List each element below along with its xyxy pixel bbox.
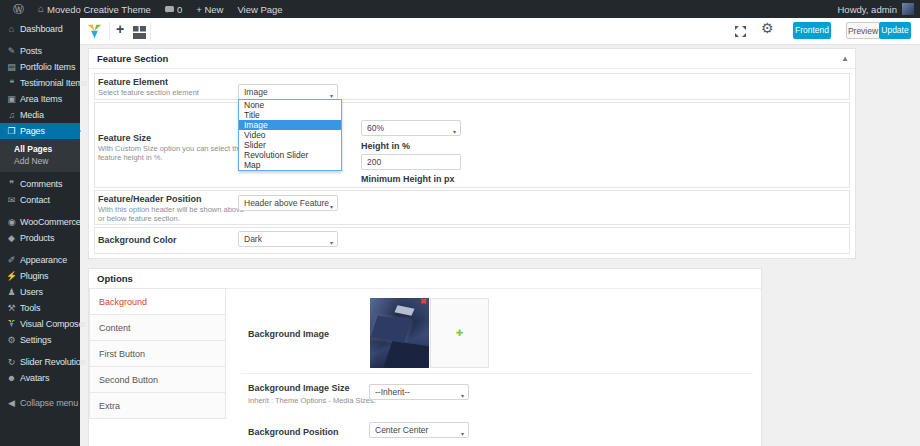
pages-submenu: All Pages Add New xyxy=(0,139,80,172)
sidebar-item-visual-composer[interactable]: Visual Composer xyxy=(0,316,80,332)
background-color-label: Background Color xyxy=(98,235,177,245)
posts-icon: ✎ xyxy=(5,46,18,56)
background-image-size-desc: Inherit : Theme Options - Media Sizes. xyxy=(248,396,376,405)
frontend-button[interactable]: Frontend xyxy=(793,22,831,39)
sidebar-item-testimonial-items[interactable]: ❝ Testimonial Items xyxy=(0,75,80,91)
sidebar-item-pages[interactable]: ❐ Pages xyxy=(0,123,80,139)
background-image-thumbnail[interactable] xyxy=(370,298,429,368)
dropdown-option-map[interactable]: Map xyxy=(239,160,341,170)
sidebar-item-plugins[interactable]: ⚡ Plugins xyxy=(0,268,80,284)
users-icon: ♟ xyxy=(5,287,18,297)
visual-composer-logo-icon[interactable] xyxy=(86,23,103,44)
dropdown-option-title[interactable]: Title xyxy=(239,110,341,120)
dropdown-option-none[interactable]: None xyxy=(239,100,341,110)
sidebar-item-products[interactable]: ◆ Products xyxy=(0,230,80,246)
howdy-label[interactable]: Howdy, admin xyxy=(838,4,898,15)
thumbnail-shape xyxy=(370,316,411,343)
background-image-size-value: --Inherit-- xyxy=(375,387,410,397)
sidebar-item-label: Products xyxy=(20,233,54,243)
feature-element-dropdown-list: None Title Image Video Slider Revolution… xyxy=(238,99,342,171)
templates-button[interactable] xyxy=(133,25,146,43)
sidebar-item-label: Area Items xyxy=(20,94,62,104)
gear-icon[interactable]: ⚙ xyxy=(761,20,774,36)
sidebar-item-dashboard[interactable]: ⌂ Dashboard xyxy=(0,21,80,37)
sidebar-item-label: Testimonial Items xyxy=(20,78,87,88)
visual-composer-icon xyxy=(5,319,18,330)
dropdown-option-video[interactable]: Video xyxy=(239,130,341,140)
sidebar-item-contact[interactable]: ✉ Contact xyxy=(0,192,80,208)
site-name-link[interactable]: ⌂ Movedo Creative Theme xyxy=(31,0,158,18)
sidebar-item-label: Posts xyxy=(20,46,42,56)
collapse-panel-icon[interactable]: ▴ xyxy=(843,49,847,68)
options-header[interactable]: Options xyxy=(89,269,761,289)
wordpress-menu[interactable]: Ⓦ xyxy=(6,0,31,18)
submenu-item-all-pages[interactable]: All Pages xyxy=(0,143,80,155)
feature-section-title: Feature Section xyxy=(97,53,168,64)
dropdown-option-image[interactable]: Image xyxy=(239,120,341,130)
header-position-value: Header above Feature xyxy=(244,198,329,208)
add-element-button[interactable]: + xyxy=(116,21,124,37)
field-divider xyxy=(241,373,753,374)
background-image-size-select[interactable]: --Inherit-- ▾ xyxy=(369,384,469,400)
header-position-select[interactable]: Header above Feature ▾ xyxy=(238,195,338,211)
portfolio-icon: ▤ xyxy=(5,62,18,72)
dropdown-option-revolution-slider[interactable]: Revolution Slider xyxy=(239,150,341,160)
dropdown-caret-icon: ▾ xyxy=(330,236,333,247)
sidebar-item-label: Avatars xyxy=(20,373,49,383)
feature-size-select[interactable]: 60% ▾ xyxy=(361,120,461,136)
sidebar-item-label: WooCommerce xyxy=(20,217,81,227)
tab-first-button[interactable]: First Button xyxy=(89,340,226,367)
sidebar-item-users[interactable]: ♟ Users xyxy=(0,284,80,300)
sidebar-item-settings[interactable]: ⚙ Settings xyxy=(0,332,80,348)
settings-icon: ⚙ xyxy=(5,335,18,345)
sidebar-item-media[interactable]: ♫ Media xyxy=(0,107,80,123)
media-icon: ♫ xyxy=(5,110,18,120)
wordpress-admin-page: Ⓦ ⌂ Movedo Creative Theme 0 + New View P… xyxy=(0,0,920,446)
sidebar-item-posts[interactable]: ✎ Posts xyxy=(0,43,80,59)
sidebar-item-label: Settings xyxy=(20,335,51,345)
submenu-item-add-new[interactable]: Add New xyxy=(0,155,80,167)
tab-content[interactable]: Content xyxy=(89,314,226,341)
tab-second-button[interactable]: Second Button xyxy=(89,366,226,393)
sidebar-item-tools[interactable]: ⚒ Tools xyxy=(0,300,80,316)
background-image-label: Background Image xyxy=(248,329,329,339)
sidebar-item-comments[interactable]: ❞ Comments xyxy=(0,176,80,192)
avatar[interactable] xyxy=(902,3,914,15)
background-color-select[interactable]: Dark ▾ xyxy=(238,231,338,247)
tab-extra[interactable]: Extra xyxy=(89,392,226,419)
update-button[interactable]: Update xyxy=(879,22,911,39)
sidebar-item-avatars[interactable]: ☻ Avatars xyxy=(0,370,80,386)
tab-background[interactable]: Background xyxy=(89,288,226,315)
slider-revolution-icon: ↻ xyxy=(5,357,18,367)
min-height-input[interactable]: 200 xyxy=(361,154,461,170)
sidebar-item-appearance[interactable]: ✐ Appearance xyxy=(0,252,80,268)
comments-shortcut[interactable]: 0 xyxy=(158,0,189,18)
feature-element-desc: Select feature section element xyxy=(98,88,199,97)
collapse-icon: ◀ xyxy=(5,398,18,408)
dropdown-option-slider[interactable]: Slider xyxy=(239,140,341,150)
min-height-label: Minimum Height in px xyxy=(361,174,455,184)
sidebar-item-label: Tools xyxy=(20,303,40,313)
sidebar-item-label: Slider Revolution xyxy=(20,357,86,367)
dropdown-caret-icon: ▾ xyxy=(461,389,464,400)
new-content-menu[interactable]: + New xyxy=(189,0,230,18)
sidebar-item-woocommerce[interactable]: ◉ WooCommerce xyxy=(0,214,80,230)
admin-bar-right: Howdy, admin xyxy=(838,3,920,15)
feature-section-header[interactable]: Feature Section ▴ xyxy=(89,49,855,69)
sidebar-item-slider-revolution[interactable]: ↻ Slider Revolution xyxy=(0,354,80,370)
background-position-select[interactable]: Center Center ▾ xyxy=(369,422,469,438)
background-image-size-label: Background Image Size xyxy=(248,383,350,393)
fullscreen-icon[interactable] xyxy=(733,24,748,43)
preview-button[interactable]: Preview xyxy=(846,22,880,39)
feature-size-value: 60% xyxy=(367,123,384,133)
sidebar-item-area-items[interactable]: ▣ Area Items xyxy=(0,91,80,107)
collapse-menu-button[interactable]: ◀ Collapse menu xyxy=(0,395,80,411)
sidebar-item-label: Plugins xyxy=(20,271,48,281)
toolbar-separator xyxy=(150,22,151,41)
sidebar-item-portfolio-items[interactable]: ▤ Portfolio Items xyxy=(0,59,80,75)
options-title: Options xyxy=(97,273,133,284)
feature-element-select[interactable]: Image ▾ xyxy=(238,84,338,100)
wordpress-logo-icon: Ⓦ xyxy=(13,2,24,17)
view-page-link[interactable]: View Page xyxy=(230,0,289,18)
add-image-button[interactable]: ✚ xyxy=(430,298,489,368)
